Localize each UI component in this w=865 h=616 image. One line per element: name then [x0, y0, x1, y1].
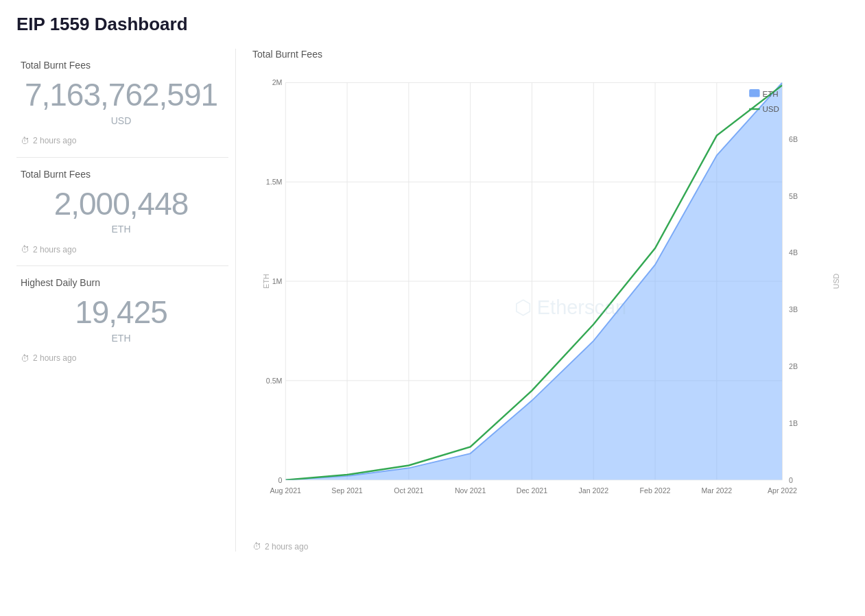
svg-text:1M: 1M [272, 277, 283, 285]
stat-label-eth: Total Burnt Fees [21, 169, 222, 180]
svg-text:ETH: ETH [262, 274, 270, 288]
stat-time-usd: ⏱ 2 hours ago [21, 136, 222, 146]
svg-text:⬡ Etherscan: ⬡ Etherscan [514, 296, 626, 318]
stat-value-usd: 7,163,762,591 [21, 78, 222, 112]
svg-text:USD: USD [762, 105, 779, 113]
clock-icon-chart: ⏱ [252, 541, 261, 552]
stat-time-label-eth: 2 hours ago [33, 245, 76, 254]
svg-text:2B: 2B [789, 362, 798, 370]
right-panel: Total Burnt Fees [236, 49, 849, 552]
svg-text:1B: 1B [789, 419, 798, 427]
svg-text:6B: 6B [789, 135, 798, 143]
svg-text:ETH: ETH [762, 90, 778, 98]
svg-text:Dec 2021: Dec 2021 [517, 486, 548, 495]
svg-text:Apr 2022: Apr 2022 [768, 486, 797, 495]
svg-text:Jan 2022: Jan 2022 [578, 486, 608, 495]
main-content: Total Burnt Fees 7,163,762,591 USD ⏱ 2 h… [16, 49, 849, 552]
stat-value-eth: 2,000,448 [21, 187, 222, 222]
svg-text:USD: USD [832, 273, 840, 289]
svg-text:0: 0 [789, 476, 793, 484]
svg-text:Oct 2021: Oct 2021 [394, 486, 423, 495]
stat-card-usd: Total Burnt Fees 7,163,762,591 USD ⏱ 2 h… [16, 49, 228, 158]
svg-text:Aug 2021: Aug 2021 [270, 486, 302, 495]
svg-text:5B: 5B [789, 192, 798, 200]
chart-footer-time: 2 hours ago [265, 542, 308, 552]
stat-value-daily: 19,425 [21, 295, 222, 330]
chart-container: 0 0.5M 1M 1.5M 2M 0 1B 2B 3B 4B 5B 6B [252, 68, 849, 552]
chart-title: Total Burnt Fees [252, 49, 849, 60]
stat-time-label-daily: 2 hours ago [33, 353, 76, 363]
stat-card-daily: Highest Daily Burn 19,425 ETH ⏱ 2 hours … [16, 266, 228, 375]
chart-footer: ⏱ 2 hours ago [252, 541, 849, 552]
chart-svg-wrapper: 0 0.5M 1M 1.5M 2M 0 1B 2B 3B 4B 5B 6B [252, 68, 849, 534]
clock-icon-daily: ⏱ [21, 353, 29, 364]
stat-time-eth: ⏱ 2 hours ago [21, 244, 222, 254]
page: EIP 1559 Dashboard Total Burnt Fees 7,16… [0, 0, 865, 565]
svg-text:Nov 2021: Nov 2021 [455, 486, 486, 495]
svg-text:0.5M: 0.5M [266, 377, 283, 385]
left-panel: Total Burnt Fees 7,163,762,591 USD ⏱ 2 h… [16, 49, 236, 552]
stat-unit-eth: ETH [21, 224, 222, 235]
svg-text:1.5M: 1.5M [266, 178, 283, 186]
stat-time-daily: ⏱ 2 hours ago [21, 353, 222, 364]
stat-label-daily: Highest Daily Burn [21, 277, 222, 288]
svg-rect-39 [749, 89, 759, 97]
stat-card-eth: Total Burnt Fees 2,000,448 ETH ⏱ 2 hours… [16, 158, 228, 267]
svg-text:Feb 2022: Feb 2022 [640, 486, 671, 495]
svg-text:3B: 3B [789, 305, 798, 313]
clock-icon-eth: ⏱ [21, 244, 29, 254]
stat-time-label-usd: 2 hours ago [33, 136, 76, 145]
stat-unit-daily: ETH [21, 333, 222, 344]
clock-icon-usd: ⏱ [21, 136, 29, 146]
svg-text:4B: 4B [789, 248, 798, 257]
svg-text:0: 0 [279, 476, 283, 484]
stat-label-usd: Total Burnt Fees [21, 60, 222, 71]
page-title: EIP 1559 Dashboard [16, 14, 849, 35]
stat-unit-usd: USD [21, 115, 222, 126]
chart-svg: 0 0.5M 1M 1.5M 2M 0 1B 2B 3B 4B 5B 6B [252, 68, 849, 534]
svg-text:2M: 2M [272, 78, 283, 86]
svg-text:Mar 2022: Mar 2022 [701, 486, 732, 495]
svg-text:Sep 2021: Sep 2021 [331, 486, 363, 495]
